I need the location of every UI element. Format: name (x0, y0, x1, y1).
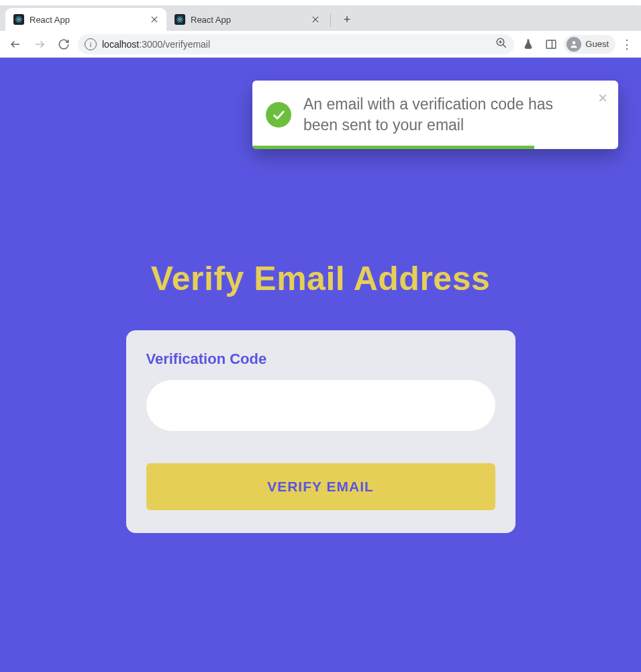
avatar-icon (566, 37, 581, 52)
verify-card: Verification Code VERIFY EMAIL (126, 330, 515, 533)
toast-close-button[interactable]: × (598, 90, 607, 106)
toast-message: An email with a verification code has be… (303, 94, 585, 136)
svg-line-19 (503, 44, 507, 48)
url-text: localhost:3000/verifyemail (102, 39, 210, 50)
browser-tab[interactable]: React App (166, 8, 328, 31)
reload-button[interactable] (54, 34, 74, 54)
experiments-icon[interactable] (518, 34, 538, 54)
tab-close-button[interactable] (149, 14, 160, 25)
react-favicon (13, 14, 24, 25)
success-check-icon (266, 102, 291, 128)
svg-rect-22 (547, 40, 556, 48)
tab-title: React App (30, 15, 144, 25)
side-panel-icon[interactable] (541, 34, 561, 54)
profile-label: Guest (585, 39, 609, 49)
verification-code-input[interactable] (146, 380, 495, 431)
toast-notification: An email with a verification code has be… (252, 81, 618, 149)
tab-close-button[interactable] (310, 14, 321, 25)
new-tab-button[interactable]: + (338, 10, 356, 29)
page-heading: Verify Email Address (126, 259, 515, 298)
svg-point-24 (573, 41, 576, 44)
back-button[interactable] (5, 34, 26, 54)
profile-chip[interactable]: Guest (564, 35, 615, 54)
svg-point-4 (18, 19, 19, 20)
browser-menu-button[interactable]: ⋮ (618, 37, 636, 52)
address-bar[interactable]: i localhost:3000/verifyemail (78, 34, 514, 54)
zoom-icon[interactable] (495, 37, 507, 52)
page-viewport: An email with a verification code has be… (0, 58, 641, 672)
toast-progress-bar (252, 146, 534, 149)
tab-title: React App (191, 15, 305, 25)
svg-point-10 (179, 19, 181, 20)
window-title-bar (0, 0, 641, 5)
browser-tab[interactable]: React App (5, 8, 166, 31)
tab-strip: React App React App + (0, 5, 641, 31)
react-favicon (175, 14, 185, 25)
browser-toolbar: i localhost:3000/verifyemail Guest ⋮ (0, 31, 641, 58)
forward-button[interactable] (30, 34, 50, 54)
verify-email-button[interactable]: VERIFY EMAIL (146, 463, 495, 510)
code-field-label: Verification Code (146, 350, 495, 368)
tab-divider (330, 13, 331, 27)
site-info-icon[interactable]: i (85, 38, 97, 50)
